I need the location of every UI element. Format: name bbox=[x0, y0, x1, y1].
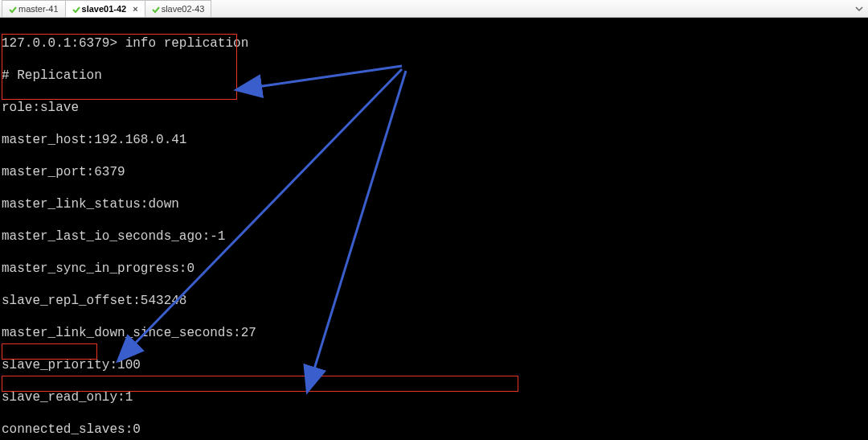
status-check-icon bbox=[72, 6, 79, 12]
terminal-line: slave_read_only:1 bbox=[2, 389, 866, 405]
status-check-icon bbox=[9, 6, 15, 12]
tab-master-41[interactable]: master-41 bbox=[2, 0, 66, 17]
terminal-line: slave_repl_offset:543248 bbox=[2, 293, 866, 309]
tab-list-dropdown-icon[interactable] bbox=[850, 0, 868, 17]
tab-slave02-43[interactable]: slave02-43 bbox=[145, 0, 212, 17]
terminal-line: master_link_status:down bbox=[2, 196, 866, 212]
terminal-line: master_sync_in_progress:0 bbox=[2, 261, 866, 277]
terminal-line: master_host:192.168.0.41 bbox=[2, 132, 866, 148]
terminal-line: master_port:6379 bbox=[2, 164, 866, 180]
terminal-output[interactable]: 127.0.0.1:6379> info replication # Repli… bbox=[0, 18, 868, 440]
terminal-line: master_last_io_seconds_ago:-1 bbox=[2, 228, 866, 245]
terminal-line: slave_priority:100 bbox=[2, 357, 866, 373]
tab-label: slave01-42 bbox=[82, 4, 127, 14]
tab-label: master-41 bbox=[18, 4, 59, 14]
status-check-icon bbox=[152, 6, 158, 12]
tab-slave01-42[interactable]: slave01-42 × bbox=[65, 0, 145, 17]
tab-label: slave02-43 bbox=[162, 4, 205, 14]
terminal-line: role:slave bbox=[2, 100, 866, 116]
terminal-line: connected_slaves:0 bbox=[2, 421, 866, 438]
tab-bar-spacer bbox=[211, 0, 850, 17]
terminal-line: # Replication bbox=[2, 68, 866, 84]
terminal-line: 127.0.0.1:6379> info replication bbox=[2, 35, 866, 51]
tab-bar: master-41 slave01-42 × slave02-43 bbox=[0, 0, 868, 18]
terminal-line: master_link_down_since_seconds:27 bbox=[2, 325, 866, 341]
close-icon[interactable]: × bbox=[133, 4, 137, 14]
